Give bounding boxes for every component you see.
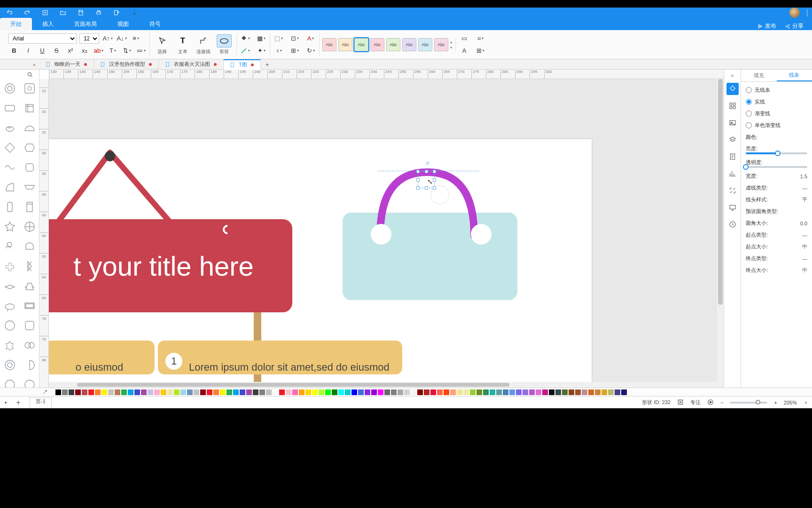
export-icon[interactable] — [111, 8, 122, 18]
sign-board-shape[interactable]: t your title here — [49, 219, 292, 312]
connector-tool[interactable]: 连接线 — [194, 34, 213, 55]
color-swatch[interactable] — [529, 389, 535, 395]
swatch-scroll-up[interactable]: ▴ — [450, 40, 453, 44]
opacity-slider[interactable] — [746, 166, 807, 168]
print-icon[interactable] — [93, 8, 104, 18]
page-menu-icon[interactable]: ▾ — [5, 400, 7, 405]
color-swatch[interactable] — [115, 389, 120, 395]
shape-gallery-item[interactable] — [1, 119, 18, 136]
props-tab-line[interactable]: 线条 — [777, 70, 812, 81]
color-swatch[interactable] — [88, 389, 94, 395]
effect-button[interactable]: ✦ — [256, 46, 267, 56]
color-swatch[interactable] — [325, 389, 331, 395]
shape-gallery-item[interactable] — [21, 376, 38, 388]
save-icon[interactable] — [75, 8, 86, 18]
color-swatch[interactable] — [213, 389, 219, 395]
shape-gallery-item[interactable] — [1, 258, 18, 275]
zoom-in-button[interactable]: + — [774, 400, 777, 405]
color-swatch[interactable] — [226, 389, 232, 395]
zoom-dropdown-icon[interactable]: ▾ — [805, 400, 807, 405]
width-value[interactable]: 1.5 — [792, 174, 807, 179]
shape-search-icon[interactable] — [3, 71, 36, 78]
style-swatch-6[interactable]: Abc — [402, 38, 416, 51]
shape-gallery-item[interactable] — [21, 198, 38, 215]
shape-gallery-item[interactable] — [1, 337, 18, 354]
menu-tab-insert[interactable]: 插入 — [32, 18, 64, 30]
color-swatch[interactable] — [233, 389, 239, 395]
play-icon[interactable] — [707, 399, 714, 406]
color-swatch[interactable] — [148, 389, 153, 395]
increase-font-icon[interactable]: A↑ — [102, 33, 113, 44]
undo-icon[interactable] — [4, 8, 15, 18]
menu-tab-start[interactable]: 开始 — [0, 18, 32, 30]
line-none-radio[interactable]: 无线条 — [746, 87, 807, 94]
zoom-out-button[interactable]: − — [720, 400, 723, 405]
rotation-handle[interactable] — [426, 162, 429, 165]
color-swatch[interactable] — [194, 389, 199, 395]
color-swatch[interactable] — [121, 389, 127, 395]
color-swatch[interactable] — [601, 389, 607, 395]
underline-button[interactable]: U — [37, 46, 48, 56]
bag-ring-right[interactable] — [471, 224, 492, 245]
start-type-value[interactable]: — — [792, 232, 807, 238]
color-swatch[interactable] — [536, 389, 541, 395]
color-swatch[interactable] — [154, 389, 160, 395]
menu-tab-view[interactable]: 视图 — [107, 18, 139, 30]
shape-gallery-item[interactable] — [1, 278, 18, 294]
color-swatch[interactable] — [430, 389, 436, 395]
horizontal-scrollbar[interactable] — [49, 382, 717, 388]
shape-gallery-item[interactable] — [21, 100, 38, 117]
color-swatch[interactable] — [391, 389, 397, 395]
color-swatch[interactable] — [417, 389, 423, 395]
shape-gallery-item[interactable] — [21, 278, 38, 294]
color-swatch[interactable] — [338, 389, 344, 395]
color-swatch[interactable] — [490, 389, 495, 395]
color-swatch[interactable] — [174, 389, 180, 395]
shape-gallery-item[interactable] — [1, 179, 18, 196]
redo-icon[interactable] — [22, 8, 33, 18]
italic-button[interactable]: I — [23, 46, 34, 56]
shape-gallery-item[interactable] — [1, 139, 18, 156]
color-swatch[interactable] — [95, 389, 101, 395]
superscript-button[interactable]: x² — [65, 46, 76, 56]
color-swatch[interactable] — [444, 389, 449, 395]
rail-image-icon[interactable] — [726, 117, 739, 129]
highlight-button[interactable]: ab — [93, 46, 104, 56]
vertical-scrollbar[interactable] — [717, 79, 724, 388]
shape-gallery-item[interactable] — [1, 80, 18, 97]
crop-icon[interactable]: ⌗ — [475, 33, 486, 44]
color-swatch[interactable] — [411, 389, 416, 395]
avatar[interactable] — [789, 8, 800, 18]
color-swatch[interactable] — [187, 389, 193, 395]
color-swatch[interactable] — [102, 389, 107, 395]
shape-gallery-item[interactable] — [1, 238, 18, 255]
color-swatch[interactable] — [82, 389, 87, 395]
shape-gallery-item[interactable] — [1, 376, 18, 388]
bag-ring-left[interactable] — [371, 224, 391, 245]
shape-gallery-item[interactable] — [1, 159, 18, 176]
arrange-button[interactable]: ⬚ — [273, 33, 284, 44]
color-swatch[interactable] — [134, 389, 140, 395]
add-doc-tab[interactable]: + — [261, 61, 274, 68]
style-swatch-1[interactable]: Abc — [322, 38, 336, 51]
color-swatch[interactable] — [180, 389, 186, 395]
color-swatch[interactable] — [615, 389, 620, 395]
end-type-value[interactable]: — — [792, 256, 807, 262]
select-tool[interactable]: 选择 — [153, 34, 172, 55]
color-swatch[interactable] — [437, 389, 443, 395]
line-solid-radio[interactable]: 实线 — [746, 98, 807, 105]
shape-gallery-item[interactable] — [21, 139, 38, 156]
convert-icon[interactable]: ⊞ — [475, 46, 486, 56]
shape-gallery-item[interactable] — [21, 317, 38, 334]
qat-more-icon[interactable]: ⇣ — [129, 8, 140, 18]
shape-gallery-item[interactable] — [21, 258, 38, 275]
style-swatch-3[interactable]: Abc — [354, 38, 368, 51]
color-swatch[interactable] — [424, 389, 429, 395]
color-swatch[interactable] — [279, 389, 285, 395]
color-swatch[interactable] — [141, 389, 147, 395]
color-swatch[interactable] — [398, 389, 403, 395]
rail-layers-icon[interactable] — [726, 134, 739, 146]
menu-tab-layout[interactable]: 页面布局 — [64, 18, 107, 30]
color-swatch[interactable] — [319, 389, 324, 395]
page-setup-icon[interactable]: ▭ — [459, 33, 470, 44]
